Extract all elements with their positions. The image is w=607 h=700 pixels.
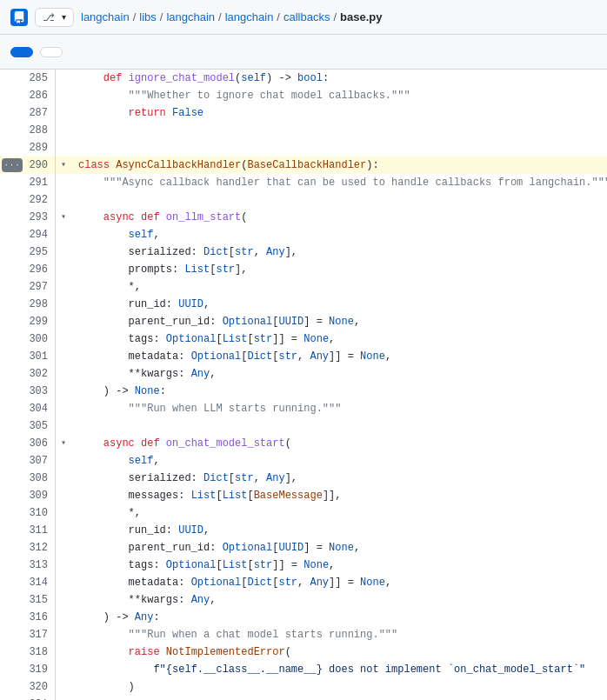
line-code — [71, 191, 607, 209]
line-code: messages: List[List[BaseMessage]], — [71, 487, 607, 504]
line-number: 293 — [24, 209, 56, 226]
line-code: parent_run_id: Optional[UUID] = None, — [71, 539, 607, 557]
line-dots-empty — [0, 609, 24, 626]
line-code: raise NotImplementedError( — [71, 643, 607, 661]
line-dots-empty — [0, 539, 24, 557]
line-dots-empty — [0, 365, 24, 383]
repo-icon — [10, 9, 28, 26]
line-dots-empty — [0, 487, 24, 504]
blame-tab[interactable] — [40, 47, 63, 57]
collapse-empty — [56, 226, 71, 243]
chevron-down-icon: ▾ — [62, 12, 66, 22]
line-dots-empty — [0, 313, 24, 330]
line-number: 321 — [24, 696, 56, 700]
line-number: 299 — [24, 313, 56, 330]
collapse-empty — [56, 643, 71, 661]
line-dots-empty — [0, 383, 24, 400]
line-dots-empty — [0, 261, 24, 278]
line-dots-empty — [0, 678, 24, 696]
breadcrumb-callbacks[interactable]: callbacks — [283, 10, 330, 23]
line-code: tags: Optional[List[str]] = None, — [71, 557, 607, 574]
line-number: 288 — [24, 122, 56, 139]
line-code: async def on_chat_model_start( — [71, 435, 607, 452]
line-code: async def on_llm_start( — [71, 209, 607, 226]
collapse-chevron[interactable]: ▾ — [56, 209, 71, 226]
line-dots-empty — [0, 626, 24, 643]
line-code: """Run when a chat model starts running.… — [71, 626, 607, 643]
collapse-empty — [56, 330, 71, 348]
line-code: class AsyncCallbackHandler(BaseCallbackH… — [71, 157, 607, 174]
collapse-empty — [56, 191, 71, 209]
line-dots-empty — [0, 348, 24, 365]
collapse-empty — [56, 522, 71, 539]
collapse-empty — [56, 278, 71, 296]
line-number: 301 — [24, 348, 56, 365]
dots-button[interactable]: ··· — [0, 157, 24, 174]
breadcrumb-langchain2[interactable]: langchain — [166, 10, 215, 23]
line-code: return False — [71, 104, 607, 122]
line-dots-empty — [0, 643, 24, 661]
line-code: self, — [71, 226, 607, 243]
collapse-empty — [56, 313, 71, 330]
line-number: 285 — [24, 70, 56, 87]
line-number: 292 — [24, 191, 56, 209]
code-tab[interactable] — [10, 47, 33, 57]
collapse-chevron[interactable]: ▾ — [56, 157, 71, 174]
line-number: 312 — [24, 539, 56, 557]
line-number: 290 — [24, 157, 56, 174]
line-dots-empty — [0, 522, 24, 539]
line-number: 304 — [24, 400, 56, 417]
collapse-empty — [56, 365, 71, 383]
collapse-empty — [56, 470, 71, 487]
collapse-empty — [56, 104, 71, 122]
line-dots-empty — [0, 574, 24, 591]
collapse-empty — [56, 261, 71, 278]
collapse-empty — [56, 487, 71, 504]
line-dots-empty — [0, 122, 24, 139]
line-dots-empty — [0, 470, 24, 487]
breadcrumb-current: base.py — [340, 10, 382, 23]
collapse-empty — [56, 174, 71, 191]
line-code: prompts: List[str], — [71, 261, 607, 278]
line-dots-empty — [0, 243, 24, 261]
line-number: 317 — [24, 626, 56, 643]
code-table: 285 def ignore_chat_model(self) -> bool:… — [0, 70, 607, 700]
collapse-empty — [56, 296, 71, 313]
breadcrumb-libs[interactable]: libs — [139, 10, 157, 23]
line-dots-empty — [0, 435, 24, 452]
collapse-empty — [56, 661, 71, 678]
line-dots-empty — [0, 278, 24, 296]
breadcrumb-langchain3[interactable]: langchain — [225, 10, 274, 23]
line-code: f"{self.__class__.__name__} does not imp… — [71, 661, 607, 678]
line-number: 286 — [24, 87, 56, 104]
line-number: 308 — [24, 470, 56, 487]
collapse-chevron[interactable]: ▾ — [56, 435, 71, 452]
branch-selector[interactable]: ⎇ ▾ — [35, 8, 74, 27]
line-number: 294 — [24, 226, 56, 243]
line-number: 307 — [24, 452, 56, 470]
line-code: *, — [71, 504, 607, 522]
file-header — [0, 35, 607, 70]
line-code — [71, 417, 607, 435]
collapse-empty — [56, 452, 71, 470]
line-number: 311 — [24, 522, 56, 539]
collapse-empty — [56, 348, 71, 365]
line-number: 309 — [24, 487, 56, 504]
line-dots-empty — [0, 417, 24, 435]
line-number: 298 — [24, 296, 56, 313]
line-number: 302 — [24, 365, 56, 383]
line-dots-empty — [0, 504, 24, 522]
line-number: 289 — [24, 139, 56, 157]
collapse-empty — [56, 609, 71, 626]
line-code: run_id: UUID, — [71, 522, 607, 539]
collapse-empty — [56, 383, 71, 400]
collapse-empty — [56, 139, 71, 157]
line-code: self, — [71, 452, 607, 470]
collapse-empty — [56, 539, 71, 557]
line-code — [71, 122, 607, 139]
line-code — [71, 139, 607, 157]
line-dots-empty — [0, 174, 24, 191]
breadcrumb-langchain1[interactable]: langchain — [81, 10, 130, 23]
code-area[interactable]: 285 def ignore_chat_model(self) -> bool:… — [0, 70, 607, 700]
line-number: 297 — [24, 278, 56, 296]
